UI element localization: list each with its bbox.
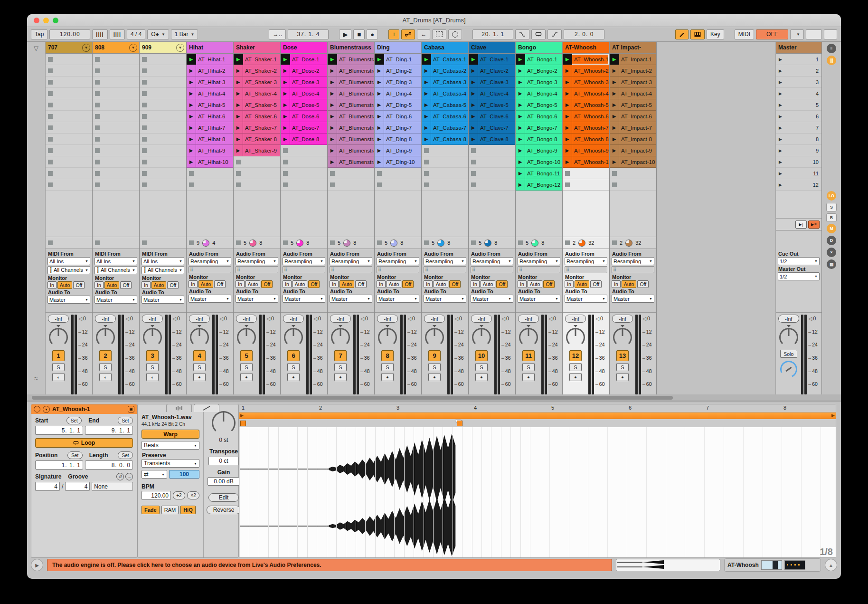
clip-launch-button[interactable]: ▶ xyxy=(187,134,196,144)
master-pan-knob[interactable] xyxy=(779,328,798,347)
clip-stop-icon[interactable] xyxy=(424,182,429,187)
output-select[interactable]: Master▼ xyxy=(330,295,372,303)
clip-slot[interactable]: ▶AT_Cabasa-6 xyxy=(422,111,468,122)
clip-slot[interactable]: ▶AT_Hihat-4 xyxy=(187,88,233,99)
clip-slot[interactable]: ▶AT_Ding-9 xyxy=(375,145,421,156)
scene-slot[interactable]: ▶6 xyxy=(776,111,821,122)
loop-brace[interactable]: ▶ ▶ xyxy=(239,412,836,419)
quantization-menu[interactable]: 1 Bar▼ xyxy=(171,29,198,39)
monitor-auto-button[interactable]: Auto xyxy=(481,280,496,288)
clip-stop-icon[interactable] xyxy=(142,137,147,142)
clip-launch-button[interactable]: ▶ xyxy=(610,54,619,65)
clip-start-flag[interactable] xyxy=(240,421,246,426)
expand-button[interactable] xyxy=(432,29,446,39)
clip-stop-icon[interactable] xyxy=(48,182,53,187)
clip-launch-button[interactable]: ▶ xyxy=(328,145,337,156)
overdub-button[interactable]: + xyxy=(388,29,399,39)
empty-clip-slot[interactable] xyxy=(375,179,421,191)
empty-clip-slot[interactable] xyxy=(610,168,656,179)
monitor-switch[interactable]: InAutoOff xyxy=(565,280,607,288)
master-volume-field[interactable]: -Inf xyxy=(778,315,799,323)
clip-slot[interactable]: ▶AT_Impact-8 xyxy=(610,134,656,145)
clip-stop-icon[interactable] xyxy=(471,148,476,153)
master-out-select[interactable]: 1/2▼ xyxy=(778,272,820,280)
clip-launch-button[interactable]: ▶ xyxy=(516,134,525,144)
clip-slot[interactable]: ▶AT_Hihat-3 xyxy=(187,77,233,88)
set-length-button[interactable]: Set xyxy=(118,451,133,459)
clip-slot[interactable]: ▶AT_Blumenstra xyxy=(328,156,374,168)
clip-launch-button[interactable]: ▶ xyxy=(234,111,243,122)
clip-slot[interactable]: ▶AT_Shaker-5 xyxy=(234,99,280,111)
clip-slot[interactable]: ▶AT_Impact-3 xyxy=(610,77,656,88)
clip-stop-icon[interactable] xyxy=(236,160,241,164)
ram-button[interactable]: RAM xyxy=(161,506,179,514)
clip-stop-icon[interactable] xyxy=(142,103,147,107)
monitor-switch[interactable]: InAutoOff xyxy=(47,281,90,289)
stop-all-clips-button[interactable] xyxy=(48,240,53,245)
empty-clip-slot[interactable] xyxy=(281,168,327,179)
clip-stop-icon[interactable] xyxy=(48,80,53,85)
scene-launch-icon[interactable]: ▶ xyxy=(779,80,782,85)
volume-field[interactable]: -Inf xyxy=(377,315,398,323)
arm-button[interactable]: ● xyxy=(381,373,394,381)
clip-launch-button[interactable]: ▶ xyxy=(375,111,384,122)
clip-stop-icon[interactable] xyxy=(189,182,194,187)
chevron-down-icon[interactable]: ▼ xyxy=(176,44,184,52)
volume-field[interactable]: -Inf xyxy=(95,315,116,323)
clip-launch-button[interactable]: ▶ xyxy=(422,134,431,144)
clip-launch-button[interactable]: ▶ xyxy=(187,65,196,76)
empty-clip-slot[interactable] xyxy=(140,65,186,77)
output-select[interactable]: Master▼ xyxy=(471,295,513,303)
clip-slot[interactable]: ▶AT_Dose-3 xyxy=(281,77,327,88)
clip-slot[interactable]: ▶AT_Impact-10 xyxy=(610,156,656,168)
output-select[interactable]: Master▼ xyxy=(236,295,278,303)
scene-slot[interactable]: ▶10 xyxy=(776,156,821,168)
clip-slot[interactable]: ▶AT_Cabasa-8 xyxy=(422,134,468,145)
clip-slot[interactable]: ▶AT_Cabasa-2 xyxy=(422,65,468,77)
clip-stop-icon[interactable] xyxy=(48,148,53,153)
tab-sample[interactable] xyxy=(166,404,192,412)
empty-clip-slot[interactable] xyxy=(422,179,468,191)
midi-map-button[interactable]: MIDI xyxy=(735,29,754,39)
track-activator-button[interactable]: 6 xyxy=(287,350,300,361)
clip-slot[interactable]: ▶AT_Whoosh-10 xyxy=(563,156,609,168)
empty-clip-slot[interactable] xyxy=(93,65,139,77)
clip-slot[interactable]: ▶AT_Dose-7 xyxy=(281,122,327,134)
clip-stop-icon[interactable] xyxy=(95,103,100,107)
clip-slot[interactable]: ▶AT_Bongo-6 xyxy=(516,111,562,122)
pan-knob[interactable] xyxy=(378,328,397,347)
arm-button[interactable]: ● xyxy=(287,373,300,381)
track-activator-button[interactable]: 12 xyxy=(569,350,582,361)
input-type-select[interactable]: Resampling▼ xyxy=(424,257,466,265)
clip-launch-button[interactable]: ▶ xyxy=(281,99,290,110)
monitor-auto-button[interactable]: Auto xyxy=(292,280,308,288)
monitor-auto-button[interactable]: Auto xyxy=(434,280,449,288)
pan-knob[interactable] xyxy=(613,328,632,347)
clip-slot[interactable]: ▶AT_Ding-3 xyxy=(375,77,421,88)
clip-launch-button[interactable]: ▶ xyxy=(187,145,196,156)
edit-button[interactable]: Edit xyxy=(208,493,239,502)
monitor-switch[interactable]: InAutoOff xyxy=(189,280,231,288)
show-detail-view-button[interactable]: ▲ xyxy=(825,559,837,571)
stop-all-clips-button[interactable] xyxy=(471,240,476,245)
empty-clip-slot[interactable] xyxy=(140,88,186,99)
output-select[interactable]: Master▼ xyxy=(189,295,231,303)
clip-stop-icon[interactable] xyxy=(189,171,194,176)
clip-slot[interactable]: ▶AT_Clave-8 xyxy=(469,134,515,145)
draw-automation-button[interactable] xyxy=(675,29,689,39)
scene-slot[interactable]: ▶5 xyxy=(776,99,821,111)
minimize-window-button[interactable] xyxy=(43,18,49,23)
scene-launch-icon[interactable]: ▶ xyxy=(779,182,782,187)
arm-button[interactable]: ● xyxy=(475,373,488,381)
chevron-down-icon[interactable]: ▼ xyxy=(129,44,137,52)
clip-slot[interactable]: ▶AT_Whoosh-7 xyxy=(563,122,609,134)
clip-launch-button[interactable]: ▶ xyxy=(187,111,196,122)
stop-all-clips-button[interactable] xyxy=(95,240,100,245)
pan-knob[interactable] xyxy=(284,328,303,347)
save-default-icon[interactable]: ▣ xyxy=(128,406,134,412)
monitor-in-button[interactable]: In xyxy=(47,281,57,289)
solo-button[interactable]: S xyxy=(193,363,206,371)
device-thumbnail[interactable] xyxy=(784,560,805,570)
arm-button[interactable]: ◐ xyxy=(52,373,65,381)
empty-clip-slot[interactable] xyxy=(93,99,139,111)
